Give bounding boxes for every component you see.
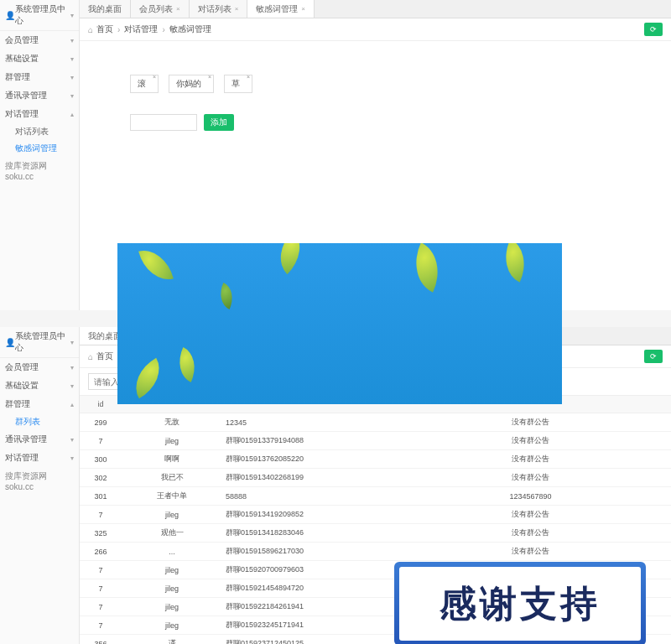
table-row[interactable]: 7jileg群聊015913379194088没有群公告 [80, 432, 671, 450]
chevron-down-icon: ▾ [70, 382, 74, 390]
leaf-icon [404, 243, 450, 293]
home-icon: ⌂ [88, 352, 93, 361]
tab-memberlist[interactable]: 会员列表× [131, 0, 190, 18]
sidebar: 👤 系统管理员中心 ▾ 会员管理▾ 基础设置▾ 群管理▾ 通讯录管理▾ 对话管理… [0, 0, 80, 310]
table-row[interactable]: 301王者中单588881234567890 [80, 487, 671, 506]
sidebar-sub-dialoglist[interactable]: 对话列表 [0, 123, 79, 140]
close-icon[interactable]: × [208, 74, 211, 80]
sidebar-item-basic[interactable]: 基础设置▾ [0, 49, 79, 68]
chevron-down-icon: ▾ [70, 37, 74, 44]
chevron-down-icon: ▾ [70, 74, 74, 81]
sidebar-sub-sensitive[interactable]: 敏感词管理 [0, 140, 79, 157]
table-row[interactable]: 299无敌12345没有群公告 [80, 413, 671, 432]
sidebar-item-member[interactable]: 会员管理▾ [0, 358, 79, 377]
chevron-down-icon: ▾ [70, 55, 74, 63]
chevron-down-icon: ▾ [70, 339, 74, 346]
close-icon[interactable]: × [247, 74, 250, 80]
chevron-down-icon: ▾ [70, 454, 74, 462]
sensitive-tag: 滚× [130, 75, 159, 93]
table-row[interactable]: 325观他一群聊015913418283046没有群公告 [80, 524, 671, 543]
sidebar-item-contacts[interactable]: 通讯录管理▾ [0, 430, 79, 449]
crumb-page: 敏感词管理 [169, 23, 211, 35]
sidebar-item-dialog[interactable]: 对话管理▴ [0, 105, 79, 123]
tab-dialoglist[interactable]: 对话列表× [190, 0, 248, 18]
sidebar-item-member[interactable]: 会员管理▾ [0, 31, 79, 49]
add-button[interactable]: 添加 [204, 114, 234, 131]
chevron-down-icon: ▾ [70, 364, 74, 371]
chevron-down-icon: ▾ [70, 12, 74, 19]
sidebar-header[interactable]: 👤 系统管理员中心 ▾ [0, 327, 79, 358]
crumb-section[interactable]: 对话管理 [124, 23, 158, 35]
sidebar-item-dialog[interactable]: 对话管理▾ [0, 449, 79, 467]
sidebar-footer: 搜库资源网soku.cc [0, 467, 79, 495]
sidebar-item-group[interactable]: 群管理▾ [0, 68, 79, 86]
breadcrumb: ⌂ 首页 › 对话管理 › 敏感词管理 ⟳ [80, 18, 671, 41]
user-icon: 👤 [5, 11, 15, 20]
sidebar-item-contacts[interactable]: 通讯录管理▾ [0, 86, 79, 105]
sensitive-tag: 草× [224, 75, 252, 93]
chevron-up-icon: ▴ [70, 111, 74, 118]
decorative-banner [117, 243, 562, 404]
home-icon: ⌂ [88, 25, 93, 34]
user-icon: 👤 [5, 338, 15, 347]
sidebar-title: 系统管理员中心 [15, 330, 70, 354]
table-row[interactable]: 266...群聊015915896217030没有群公告 [80, 543, 671, 561]
table-row[interactable]: 7jileg群聊015913419209852没有群公告 [80, 506, 671, 524]
thanks-banner: 感谢支持 [394, 562, 646, 644]
leaf-icon [496, 243, 535, 283]
close-icon[interactable]: × [153, 74, 156, 80]
close-icon[interactable]: × [301, 5, 305, 13]
leaf-icon [171, 347, 203, 382]
chevron-down-icon: ▾ [70, 92, 74, 100]
tag-list: 滚× 你妈的× 草× [130, 75, 671, 93]
col-id[interactable]: id [80, 396, 122, 413]
leaf-icon [126, 358, 169, 399]
add-word-input[interactable] [130, 114, 197, 131]
close-icon[interactable]: × [176, 5, 180, 13]
refresh-button[interactable]: ⟳ [644, 350, 663, 363]
table-row[interactable]: 302我已不群聊015913402268199没有群公告 [80, 469, 671, 487]
crumb-home[interactable]: 首页 [96, 351, 113, 362]
tab-bar: 我的桌面 会员列表× 对话列表× 敏感词管理× [80, 0, 671, 18]
sidebar-item-group[interactable]: 群管理▴ [0, 395, 79, 413]
sidebar-header[interactable]: 👤 系统管理员中心 ▾ [0, 0, 79, 31]
tab-desktop[interactable]: 我的桌面 [80, 0, 131, 18]
sidebar: 👤 系统管理员中心 ▾ 会员管理▾ 基础设置▾ 群管理▴ 群列表 通讯录管理▾ … [0, 327, 80, 644]
tab-sensitive[interactable]: 敏感词管理× [247, 0, 315, 18]
leaf-icon [214, 283, 238, 309]
sensitive-tag: 你妈的× [169, 75, 214, 93]
chevron-up-icon: ▴ [70, 401, 74, 408]
chevron-down-icon: ▾ [70, 436, 74, 444]
sidebar-item-basic[interactable]: 基础设置▾ [0, 377, 79, 395]
refresh-button[interactable]: ⟳ [644, 23, 663, 36]
leaf-icon [268, 243, 312, 274]
sidebar-sub-grouplist[interactable]: 群列表 [0, 413, 79, 430]
sidebar-footer: 搜库资源网soku.cc [0, 157, 79, 184]
crumb-home[interactable]: 首页 [96, 23, 113, 35]
close-icon[interactable]: × [235, 5, 239, 13]
sidebar-title: 系统管理员中心 [15, 3, 70, 27]
thanks-text: 感谢支持 [399, 567, 641, 641]
leaf-icon [138, 245, 174, 286]
table-row[interactable]: 300啊啊群聊015913762085220没有群公告 [80, 450, 671, 469]
